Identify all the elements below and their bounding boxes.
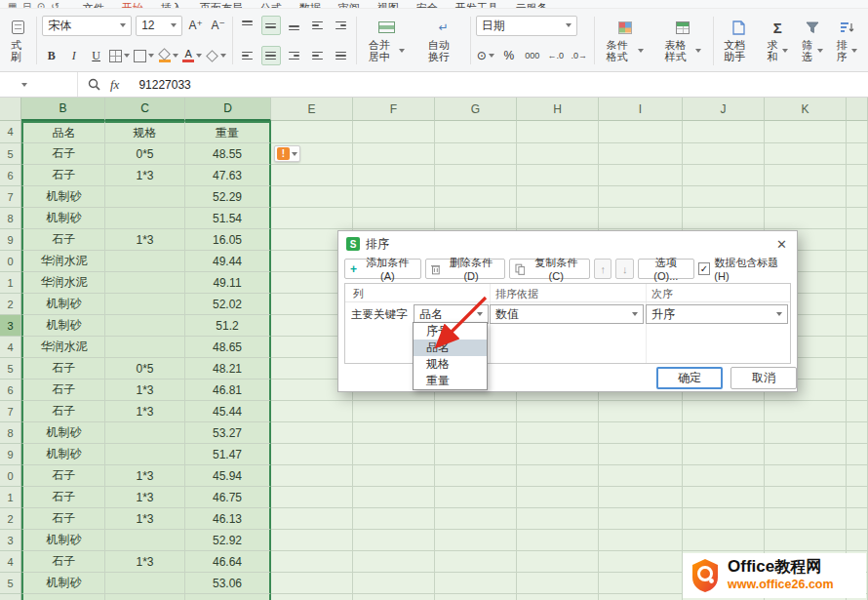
align-middle-button[interactable] [261, 16, 281, 35]
cell-empty[interactable] [271, 186, 353, 208]
cell[interactable]: 46.64 [185, 551, 271, 573]
cell-empty[interactable] [847, 165, 868, 186]
cell-empty[interactable] [683, 444, 765, 465]
tab-8[interactable]: 安全 [416, 1, 438, 9]
cell-empty[interactable] [765, 530, 847, 551]
cell-empty[interactable] [847, 380, 868, 401]
row-header[interactable]: 5 [0, 573, 21, 594]
cell-empty[interactable] [353, 573, 435, 594]
cell[interactable]: 53.06 [185, 573, 271, 594]
cell-empty[interactable] [599, 165, 683, 186]
align-top-button[interactable] [238, 16, 257, 35]
cell[interactable]: 石子 [21, 143, 105, 165]
filter-button[interactable]: 筛选 [795, 20, 829, 62]
cell[interactable]: 52.02 [185, 294, 271, 315]
italic-button[interactable]: I [64, 46, 83, 65]
cell[interactable]: 1*3 [105, 508, 185, 530]
cell-empty[interactable] [765, 401, 847, 422]
magnifier-icon[interactable] [88, 78, 100, 91]
row-header[interactable]: 5 [0, 358, 21, 380]
cell[interactable]: 46.13 [185, 508, 271, 530]
format-painter-button[interactable]: 式刷 [4, 20, 31, 62]
column-header-C[interactable]: C [105, 98, 185, 121]
tab-5[interactable]: 数据 [299, 1, 321, 9]
ok-button[interactable]: 确定 [656, 367, 723, 389]
sum-button[interactable]: Σ 求和 [761, 20, 795, 62]
row-header[interactable]: 0 [0, 251, 21, 272]
cell-empty[interactable] [599, 551, 683, 573]
cell[interactable]: 51.2 [185, 315, 271, 337]
row-header[interactable]: 5 [0, 143, 21, 165]
dropdown-item[interactable]: 重量 [414, 373, 487, 389]
font-color-button[interactable]: A [182, 46, 202, 65]
cell-empty[interactable] [599, 530, 683, 551]
cell[interactable]: 0*5 [105, 143, 185, 165]
cell[interactable]: 机制砂 [21, 530, 105, 551]
align-center-button[interactable] [261, 46, 281, 65]
dropdown-item[interactable]: 品名 [414, 340, 487, 356]
cell-empty[interactable] [683, 208, 765, 229]
cell-empty[interactable] [271, 165, 353, 186]
row-header[interactable]: 6 [0, 165, 21, 186]
cell-empty[interactable] [765, 422, 847, 444]
wrap-text-button[interactable]: ↵ 自动换行 [421, 20, 465, 62]
comma-style-button[interactable]: 000 [523, 46, 542, 65]
quick-access-icon[interactable]: ⊟ [22, 1, 30, 9]
cell-empty[interactable] [847, 530, 868, 551]
cell-empty[interactable] [599, 121, 683, 143]
cell[interactable] [105, 444, 185, 465]
cell[interactable]: 华润水泥 [21, 337, 105, 358]
cell[interactable]: 0*5 [105, 358, 185, 380]
cell-empty[interactable] [847, 444, 868, 465]
tab-10[interactable]: 云服务 [516, 1, 548, 9]
borders-button[interactable] [109, 46, 130, 65]
dropdown-item[interactable]: 序号 [414, 323, 487, 340]
cell-empty[interactable] [353, 508, 435, 530]
cell-empty[interactable] [435, 186, 517, 208]
column-header-partial[interactable] [847, 98, 868, 121]
cell[interactable] [21, 594, 105, 600]
cell-empty[interactable] [353, 551, 435, 573]
row-header[interactable]: 7 [0, 186, 21, 208]
cell[interactable]: 华润水泥 [21, 251, 105, 272]
cell[interactable]: 46.81 [185, 380, 271, 401]
options-button[interactable]: 选项(O)... [638, 259, 694, 279]
row-header[interactable]: 3 [0, 530, 21, 551]
cell-empty[interactable] [353, 143, 435, 165]
cell-empty[interactable] [517, 551, 599, 573]
cell-empty[interactable] [517, 465, 599, 487]
cell-empty[interactable] [435, 465, 517, 487]
cell[interactable]: 1*3 [105, 551, 185, 573]
error-smart-tag[interactable]: ! [274, 145, 300, 162]
cell-empty[interactable] [599, 573, 683, 594]
cell-empty[interactable] [683, 165, 765, 186]
cell[interactable]: 1*3 [105, 401, 185, 422]
number-format-select[interactable]: 日期 [476, 16, 577, 36]
cell[interactable]: 石子 [21, 165, 105, 186]
cell[interactable] [105, 422, 185, 444]
has-header-checkbox[interactable]: ✓ 数据包含标题(H) [698, 256, 791, 282]
row-header[interactable]: 7 [0, 401, 21, 422]
cell-empty[interactable] [517, 165, 599, 186]
row-header[interactable]: 4 [0, 121, 21, 143]
bold-button[interactable]: B [42, 46, 60, 65]
cell-empty[interactable] [271, 487, 353, 508]
cell-empty[interactable] [599, 508, 683, 530]
cell[interactable]: 46.75 [185, 487, 271, 508]
quick-access-icon[interactable]: ⊙ [37, 1, 45, 9]
cell-empty[interactable] [353, 401, 435, 422]
sort-basis-combo[interactable]: 数值 [490, 304, 644, 324]
delete-condition-button[interactable]: 删除条件(D) [425, 259, 505, 279]
cell[interactable]: 51.54 [185, 208, 271, 229]
cell-empty[interactable] [847, 229, 868, 251]
cell-empty[interactable] [353, 208, 435, 229]
table-style-button[interactable]: 表格样式 [658, 20, 709, 62]
cell-empty[interactable] [353, 121, 435, 143]
cell-empty[interactable] [683, 143, 765, 165]
cell-empty[interactable] [683, 530, 765, 551]
cell-empty[interactable] [599, 401, 683, 422]
cancel-button[interactable]: 取消 [730, 367, 797, 389]
cell[interactable]: 机制砂 [21, 422, 105, 444]
cell-empty[interactable] [353, 465, 435, 487]
cell-empty[interactable] [765, 208, 847, 229]
